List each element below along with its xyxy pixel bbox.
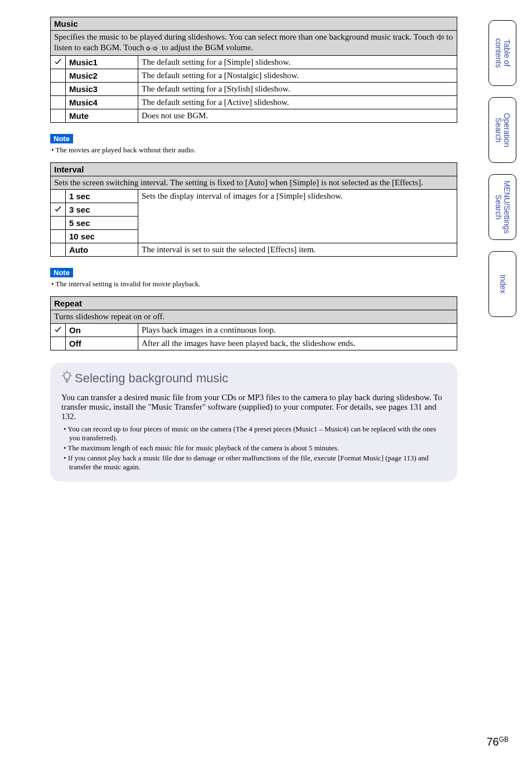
option-desc: The default setting for a [Simple] slide… [138, 56, 457, 69]
option-desc: After all the images have been played ba… [138, 337, 457, 350]
tip-bullet: The maximum length of each music file fo… [64, 444, 446, 453]
table-row: MuteDoes not use BGM. [51, 109, 457, 123]
check-cell [51, 83, 66, 96]
check-cell [51, 96, 66, 109]
side-tab[interactable]: MENU/SettingsSearch [489, 174, 516, 240]
check-cell [51, 324, 66, 337]
speaker-wave-icon [437, 33, 444, 43]
option-label: Music1 [66, 56, 138, 69]
interval-description: Sets the screen switching interval. The … [51, 176, 457, 190]
option-label: Off [66, 337, 138, 350]
tip-body: You can transfer a desired music file fr… [61, 393, 446, 421]
option-label: 3 sec [66, 203, 138, 217]
svg-text:/: / [152, 46, 153, 51]
note-text: • The interval setting is invalid for mo… [51, 280, 457, 289]
option-label: 10 sec [66, 230, 138, 243]
note-badge: Note [50, 134, 73, 143]
tip-bullet: If you cannot play back a music file due… [64, 454, 446, 472]
note-badge: Note [50, 268, 73, 277]
music-table: Music Specifies the music to be played d… [50, 17, 457, 123]
option-label: 5 sec [66, 217, 138, 230]
tip-title: Selecting background music [61, 371, 446, 387]
volume-plus-minus-icon: / [146, 44, 159, 54]
check-cell [51, 56, 66, 69]
side-tab[interactable]: Index [489, 251, 516, 317]
check-cell [51, 337, 66, 350]
side-tab-label: Index [498, 275, 506, 294]
music-header: Music [51, 17, 457, 31]
option-label: Music2 [66, 69, 138, 83]
option-desc: The default setting for a [Stylish] slid… [138, 83, 457, 96]
side-tab-label: MENU/SettingsSearch [494, 180, 511, 234]
option-desc: Does not use BGM. [138, 109, 457, 123]
tip-box: Selecting background music You can trans… [50, 363, 457, 482]
note-text: • The movies are played back without the… [51, 146, 457, 155]
interval-table: Interval Sets the screen switching inter… [50, 162, 457, 257]
option-label: Auto [66, 243, 138, 257]
lightbulb-icon [61, 371, 72, 387]
page-number: 76GB [486, 736, 509, 748]
check-cell [51, 243, 66, 257]
option-label: Mute [66, 109, 138, 123]
option-desc: The interval is set to suit the selected… [138, 243, 457, 257]
side-tab[interactable]: Table ofcontents [489, 20, 516, 86]
side-tab-label: OperationSearch [494, 113, 511, 147]
music-description: Specifies the music to be played during … [51, 31, 457, 56]
check-cell [51, 109, 66, 123]
table-row: Music2The default setting for a [Nostalg… [51, 69, 457, 83]
side-tab[interactable]: OperationSearch [489, 97, 516, 163]
option-label: On [66, 324, 138, 337]
table-row: OffAfter all the images have been played… [51, 337, 457, 350]
option-desc: Sets the display interval of images for … [138, 190, 457, 243]
option-desc: The default setting for a [Nostalgic] sl… [138, 69, 457, 83]
check-cell [51, 217, 66, 230]
repeat-description: Turns slideshow repeat on or off. [51, 310, 457, 324]
tip-bullet: You can record up to four pieces of musi… [64, 425, 446, 443]
table-row: 1 secSets the display interval of images… [51, 190, 457, 203]
tip-bullet-list: You can record up to four pieces of musi… [64, 425, 446, 472]
option-desc: Plays back images in a continuous loop. [138, 324, 457, 337]
repeat-header: Repeat [51, 297, 457, 310]
option-label: 1 sec [66, 190, 138, 203]
check-cell [51, 69, 66, 83]
check-cell [51, 203, 66, 217]
interval-header: Interval [51, 163, 457, 176]
check-cell [51, 190, 66, 203]
option-label: Music3 [66, 83, 138, 96]
table-row: Music3The default setting for a [Stylish… [51, 83, 457, 96]
side-tab-label: Table ofcontents [494, 39, 511, 68]
option-label: Music4 [66, 96, 138, 109]
check-cell [51, 230, 66, 243]
table-row: OnPlays back images in a continuous loop… [51, 324, 457, 337]
table-row: AutoThe interval is set to suit the sele… [51, 243, 457, 257]
option-desc: The default setting for a [Active] slide… [138, 96, 457, 109]
repeat-table: Repeat Turns slideshow repeat on or off.… [50, 296, 457, 350]
table-row: Music4The default setting for a [Active]… [51, 96, 457, 109]
table-row: Music1The default setting for a [Simple]… [51, 56, 457, 69]
